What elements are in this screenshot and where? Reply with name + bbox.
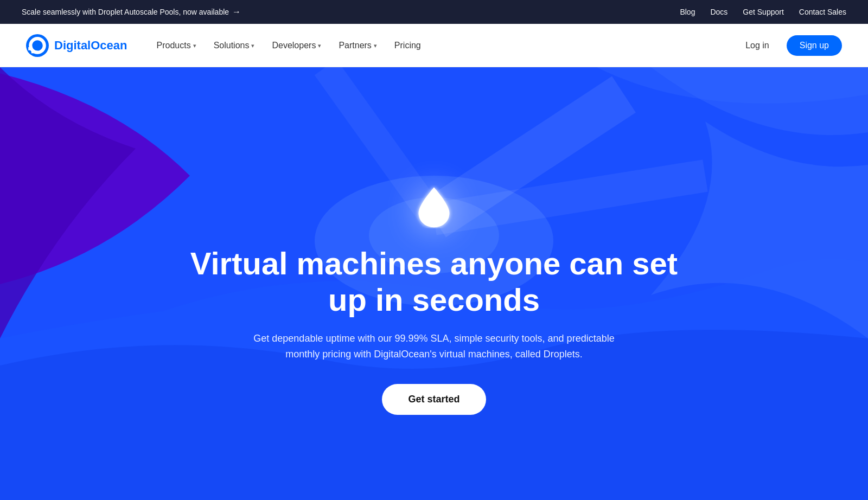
hero-title: Virtual machines anyone can set up in se…: [190, 246, 678, 318]
announcement-bar-links: Blog Docs Get Support Contact Sales: [680, 8, 846, 16]
logo-icon: [26, 34, 49, 57]
navbar: DigitalOcean Products ▾ Solutions ▾ Deve…: [0, 24, 868, 67]
nav-solutions[interactable]: Solutions ▾: [206, 36, 263, 55]
solutions-chevron-icon: ▾: [251, 42, 254, 49]
logo-text: DigitalOcean: [54, 39, 127, 53]
announcement-text: Scale seamlessly with Droplet Autoscale …: [22, 8, 229, 16]
nav-products[interactable]: Products ▾: [149, 36, 203, 55]
developers-chevron-icon: ▾: [318, 42, 321, 49]
navbar-right: Log in Sign up: [737, 35, 842, 56]
signup-button[interactable]: Sign up: [787, 35, 842, 56]
docs-link[interactable]: Docs: [710, 8, 727, 16]
get-started-button[interactable]: Get started: [382, 384, 486, 415]
hero-content: Virtual machines anyone can set up in se…: [168, 185, 700, 415]
arrow-icon: →: [232, 7, 241, 17]
main-nav: Products ▾ Solutions ▾ Developers ▾ Part…: [149, 36, 428, 55]
logo[interactable]: DigitalOcean: [26, 34, 127, 57]
hero-subtitle: Get dependable uptime with our 99.99% SL…: [250, 331, 618, 362]
nav-developers[interactable]: Developers ▾: [264, 36, 329, 55]
hero-section: Virtual machines anyone can set up in se…: [0, 67, 868, 500]
announcement-link[interactable]: Scale seamlessly with Droplet Autoscale …: [22, 7, 241, 17]
navbar-left: DigitalOcean Products ▾ Solutions ▾ Deve…: [26, 34, 429, 57]
get-support-link[interactable]: Get Support: [743, 8, 784, 16]
contact-sales-link[interactable]: Contact Sales: [799, 8, 846, 16]
nav-partners[interactable]: Partners ▾: [331, 36, 384, 55]
droplet-icon: [412, 185, 456, 228]
partners-chevron-icon: ▾: [374, 42, 377, 49]
products-chevron-icon: ▾: [193, 42, 196, 49]
announcement-bar: Scale seamlessly with Droplet Autoscale …: [0, 0, 868, 24]
blog-link[interactable]: Blog: [680, 8, 695, 16]
nav-pricing[interactable]: Pricing: [387, 36, 429, 55]
login-button[interactable]: Log in: [737, 36, 778, 55]
